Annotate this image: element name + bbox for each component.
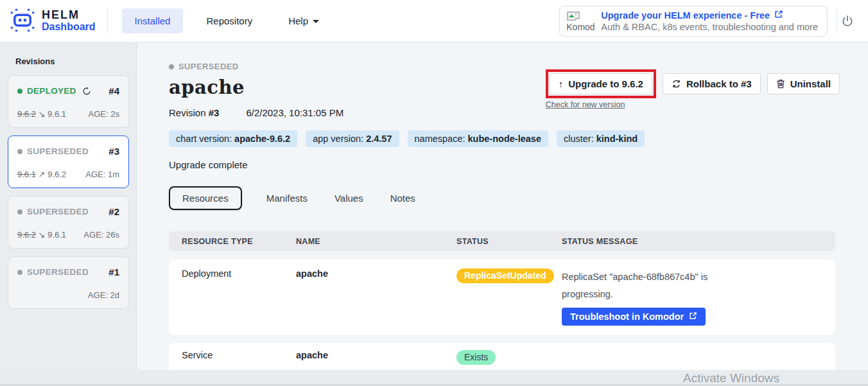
revision-card-1[interactable]: SUPERSEDED #1 AGE: 2d (8, 256, 129, 309)
tab-values[interactable]: Values (332, 187, 366, 209)
external-link-icon (774, 10, 783, 21)
cell-status-message: ReplicaSet "apache-68fb867c4b" is progre… (562, 268, 835, 326)
status-dot (17, 209, 22, 215)
promo-subtitle: Auth & RBAC, k8s events, troubleshooting… (601, 22, 818, 32)
promo-title-link[interactable]: Upgrade your HELM experience - Free (601, 10, 770, 21)
release-actions: ↑ Upgrade to 9.6.2 Check for new version… (546, 69, 840, 109)
nav-tab-installed[interactable]: Installed (122, 8, 184, 33)
trash-icon (776, 79, 785, 89)
revision-number: #3 (108, 146, 119, 157)
helm-dashboard-logo[interactable]: HELM Dashboard (6, 6, 107, 36)
revision-card-4[interactable]: DEPLOYED #4 9.6.2 ↘ 9.6.1 AGE: 2s (8, 75, 129, 128)
top-bar: HELM Dashboard Installed Repository Help… (0, 0, 868, 42)
chevron-down-icon (313, 20, 319, 23)
chip-chart-version: chart version: apache-9.6.2 (169, 130, 297, 147)
nav-tab-repository[interactable]: Repository (193, 8, 265, 33)
cell-status-message (562, 350, 835, 365)
external-link-icon (689, 311, 697, 322)
cell-status: ReplicaSetUpdated (456, 268, 562, 326)
revision-card-3[interactable]: SUPERSEDED #3 9.6.1 ↗ 9.6.2 AGE: 1m (8, 136, 129, 188)
status-dot (17, 270, 22, 275)
status-dot (17, 149, 22, 154)
version-arrow-icon: ↘ (39, 109, 46, 119)
table-header-row: RESOURCE TYPE NAME STATUS STATUS MESSAGE (169, 231, 835, 251)
resources-table: RESOURCE TYPE NAME STATUS STATUS MESSAGE… (169, 231, 835, 372)
revision-card-2[interactable]: SUPERSEDED #2 9.6.2 ↘ 9.6.1 AGE: 26s (8, 196, 129, 249)
tab-manifests[interactable]: Manifests (264, 187, 310, 209)
revision-status: SUPERSEDED (27, 267, 89, 277)
chip-app-version: app version: 2.4.57 (306, 130, 399, 147)
status-message-text: ReplicaSet "apache-68fb867c4b" is progre… (562, 268, 719, 303)
activate-windows-watermark: Activate Windows (683, 371, 779, 385)
tab-notes[interactable]: Notes (388, 187, 418, 209)
main-nav: Installed Repository Help (122, 8, 332, 33)
release-status-text: Upgrade complete (169, 159, 840, 170)
revision-versions: 9.6.2 ↘ 9.6.1 (17, 109, 66, 119)
reload-icon[interactable] (82, 87, 91, 96)
cell-status: Exists (456, 350, 562, 365)
table-row-deployment: Deployment apache ReplicaSetUpdated Repl… (169, 259, 835, 335)
cell-name: apache (296, 350, 456, 365)
help-label: Help (288, 15, 308, 26)
col-status: STATUS (456, 237, 562, 246)
status-dot (169, 64, 174, 69)
rollback-button[interactable]: Rollback to #3 (663, 73, 761, 94)
status-dot (17, 89, 22, 94)
status-badge: ReplicaSetUpdated (456, 268, 554, 283)
revision-number: #2 (108, 206, 119, 217)
tab-resources[interactable]: Resources (169, 186, 242, 210)
revision-versions: 9.6.2 ↘ 9.6.1 (17, 230, 66, 240)
revision-number: #1 (108, 267, 119, 277)
revision-number: #4 (108, 85, 119, 96)
col-name: NAME (296, 237, 456, 246)
uninstall-button[interactable]: Uninstall (767, 73, 840, 94)
arrow-up-icon: ↑ (559, 78, 564, 89)
header-divider (107, 9, 108, 33)
annotation-highlight-box: ↑ Upgrade to 9.6.2 (546, 69, 656, 98)
chip-cluster: cluster: kind-kind (557, 130, 645, 147)
nav-menu-help[interactable]: Help (275, 8, 332, 33)
logo-title: HELM (42, 9, 96, 21)
version-arrow-icon: ↗ (39, 170, 46, 179)
check-new-version-link[interactable]: Check for new version (546, 100, 656, 109)
komodor-promo-banner[interactable]: Komodor Upgrade your HELM experience - F… (559, 6, 828, 37)
revision-age: AGE: 2s (89, 109, 119, 119)
col-status-message: STATUS MESSAGE (562, 237, 835, 246)
status-badge: Exists (456, 350, 496, 365)
revision-versions: 9.6.1 ↗ 9.6.2 (17, 170, 66, 179)
komodor-image-alt-text: Komodor (566, 22, 595, 31)
revision-status: SUPERSEDED (27, 207, 89, 216)
helm-logo-icon (9, 6, 36, 36)
cell-name: apache (296, 268, 456, 326)
revision-age: AGE: 2d (88, 290, 119, 300)
logo-subtitle: Dashboard (42, 21, 96, 33)
revision-age: AGE: 1m (85, 170, 119, 179)
revision-age: AGE: 26s (83, 230, 119, 240)
rollback-icon (672, 79, 681, 89)
revision-label: Revision #3 (169, 107, 219, 118)
revision-status: DEPLOYED (27, 86, 76, 96)
table-row-service: Service apache Exists (169, 343, 835, 372)
komodor-broken-image: Komodor (566, 11, 595, 31)
troubleshoot-komodor-button[interactable]: Troubleshoot in Komodor (562, 308, 706, 326)
revisions-title: Revisions (15, 57, 136, 66)
release-detail-panel: SUPERSEDED apache Revision #3 6/2/2023, … (137, 42, 868, 370)
bottom-strip: Activate Windows (0, 370, 868, 386)
chip-namespace: namespace: kube-node-lease (408, 130, 548, 147)
cell-resource-type: Deployment (182, 268, 296, 326)
upgrade-button[interactable]: ↑ Upgrade to 9.6.2 (550, 73, 652, 94)
col-resource-type: RESOURCE TYPE (182, 237, 296, 246)
revisions-sidebar: Revisions DEPLOYED #4 9.6.2 ↘ 9.6.1 AGE:… (0, 42, 137, 386)
revision-status: SUPERSEDED (27, 146, 89, 156)
release-timestamp: 6/2/2023, 10:31:05 PM (246, 107, 343, 118)
version-arrow-icon: ↘ (39, 230, 46, 240)
detail-tabs: Resources Manifests Values Notes (169, 186, 840, 210)
release-meta-chips: chart version: apache-9.6.2 app version:… (169, 130, 840, 147)
shutdown-power-button[interactable] (841, 15, 854, 28)
cell-resource-type: Service (182, 350, 296, 365)
